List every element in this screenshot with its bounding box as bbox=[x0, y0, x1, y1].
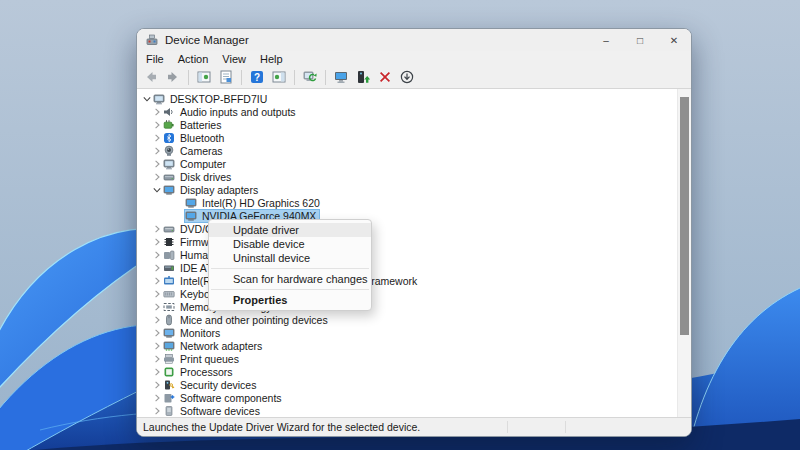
tree-item[interactable]: Display adapters bbox=[137, 183, 691, 196]
tree-item[interactable]: Security devices bbox=[137, 378, 691, 391]
chevron-right-icon[interactable] bbox=[151, 367, 163, 377]
security-icon bbox=[163, 379, 176, 391]
console-tree-icon[interactable] bbox=[194, 68, 214, 87]
tree-item[interactable]: Computer bbox=[137, 157, 691, 170]
context-menu-item-properties[interactable]: Properties bbox=[209, 293, 371, 307]
disk-icon bbox=[163, 171, 176, 183]
titlebar[interactable]: Device Manager –□✕ bbox=[137, 29, 691, 51]
software-device-icon bbox=[163, 405, 176, 417]
tree-item[interactable]: Cameras bbox=[137, 144, 691, 157]
minimize-button[interactable]: – bbox=[589, 29, 623, 51]
chevron-right-icon[interactable] bbox=[151, 302, 163, 312]
menu-file[interactable]: File bbox=[139, 53, 171, 65]
tree-item[interactable]: Software components bbox=[137, 391, 691, 404]
tree-item-label: Batteries bbox=[180, 119, 221, 131]
context-menu: Update driverDisable deviceUninstall dev… bbox=[208, 219, 372, 311]
chevron-right-icon[interactable] bbox=[151, 393, 163, 403]
tree-item[interactable]: Software devices bbox=[137, 404, 691, 417]
context-menu-item-update-driver[interactable]: Update driver bbox=[209, 223, 371, 237]
toolbar-separator bbox=[241, 70, 242, 85]
toolbar-separator bbox=[188, 70, 189, 85]
tree-item-content: Processors bbox=[163, 366, 236, 378]
chevron-right-icon[interactable] bbox=[151, 328, 163, 338]
update-driver-icon[interactable] bbox=[353, 68, 373, 87]
processor-icon bbox=[163, 366, 176, 378]
tree-scrollbar[interactable] bbox=[677, 89, 691, 417]
tree-item[interactable]: Batteries bbox=[137, 118, 691, 131]
scrollbar-thumb[interactable] bbox=[680, 97, 689, 335]
tree-item[interactable]: Mice and other pointing devices bbox=[137, 313, 691, 326]
chevron-right-icon[interactable] bbox=[151, 354, 163, 364]
tree-item[interactable]: Bluetooth bbox=[137, 131, 691, 144]
tree-item-label: Network adapters bbox=[180, 340, 262, 352]
chevron-right-icon[interactable] bbox=[151, 159, 163, 169]
tree-item-content: Software devices bbox=[163, 405, 263, 417]
menu-view[interactable]: View bbox=[215, 53, 253, 65]
close-button[interactable]: ✕ bbox=[657, 29, 691, 51]
chevron-right-icon[interactable] bbox=[151, 289, 163, 299]
uninstall-device-icon[interactable] bbox=[375, 68, 395, 87]
chevron-right-icon[interactable] bbox=[151, 120, 163, 130]
tree-item[interactable]: Intel(R) HD Graphics 620 bbox=[137, 196, 691, 209]
tree-item[interactable]: Processors bbox=[137, 365, 691, 378]
tree-item-label: Computer bbox=[180, 158, 226, 170]
tree-item-label: Software devices bbox=[180, 405, 260, 417]
desktop: Device Manager –□✕ FileActionViewHelp ? … bbox=[0, 0, 800, 450]
menu-action[interactable]: Action bbox=[171, 53, 216, 65]
chevron-right-icon[interactable] bbox=[151, 276, 163, 286]
display-icon bbox=[185, 210, 198, 222]
maximize-button[interactable]: □ bbox=[623, 29, 657, 51]
tree-item[interactable]: Disk drives bbox=[137, 170, 691, 183]
chevron-right-icon[interactable] bbox=[151, 146, 163, 156]
tree-item-content: Print queues bbox=[163, 353, 242, 365]
device-manager-icon bbox=[145, 33, 159, 47]
tree-item-label: Cameras bbox=[180, 145, 223, 157]
monitor-icon bbox=[163, 327, 176, 339]
disable-device-icon[interactable] bbox=[397, 68, 417, 87]
action-pane-icon[interactable] bbox=[269, 68, 289, 87]
chevron-right-icon[interactable] bbox=[151, 315, 163, 325]
context-menu-separator bbox=[211, 289, 369, 290]
tree-item[interactable]: Network adapters bbox=[137, 339, 691, 352]
chevron-down-icon[interactable] bbox=[141, 94, 153, 104]
status-pane-divider bbox=[507, 421, 508, 433]
help-icon[interactable]: ? bbox=[247, 68, 267, 87]
back-icon[interactable] bbox=[141, 68, 161, 87]
toolbar: ? bbox=[137, 66, 691, 89]
display-icon bbox=[163, 184, 176, 196]
remote-desktop-icon[interactable] bbox=[331, 68, 351, 87]
chevron-right-icon[interactable] bbox=[151, 133, 163, 143]
chevron-down-icon[interactable] bbox=[151, 185, 163, 195]
properties-icon[interactable] bbox=[216, 68, 236, 87]
tree-item-label: Processors bbox=[180, 366, 233, 378]
chevron-right-icon[interactable] bbox=[151, 263, 163, 273]
tree-item[interactable]: Print queues bbox=[137, 352, 691, 365]
tree-item-content: Disk drives bbox=[163, 171, 234, 183]
tree-item-content: DESKTOP-BFFD7IU bbox=[153, 93, 270, 105]
battery-icon bbox=[163, 119, 176, 131]
ide-icon bbox=[163, 262, 176, 274]
tree-item[interactable]: Monitors bbox=[137, 326, 691, 339]
chevron-right-icon[interactable] bbox=[151, 224, 163, 234]
chevron-right-icon[interactable] bbox=[151, 237, 163, 247]
menu-help[interactable]: Help bbox=[253, 53, 290, 65]
context-menu-separator bbox=[211, 268, 369, 269]
tree-item-label: Print queues bbox=[180, 353, 239, 365]
chevron-right-icon[interactable] bbox=[151, 380, 163, 390]
chevron-right-icon[interactable] bbox=[151, 172, 163, 182]
network-icon bbox=[163, 340, 176, 352]
context-menu-item-scan-for-hardware-changes[interactable]: Scan for hardware changes bbox=[209, 272, 371, 286]
tree-item[interactable]: DESKTOP-BFFD7IU bbox=[137, 92, 691, 105]
context-menu-item-uninstall-device[interactable]: Uninstall device bbox=[209, 251, 371, 265]
chevron-right-icon[interactable] bbox=[151, 341, 163, 351]
scan-hardware-icon[interactable] bbox=[300, 68, 320, 87]
chevron-right-icon[interactable] bbox=[151, 250, 163, 260]
chevron-right-icon[interactable] bbox=[151, 107, 163, 117]
tree-item[interactable]: Audio inputs and outputs bbox=[137, 105, 691, 118]
dvd-icon bbox=[163, 223, 176, 235]
tree-item-content: Batteries bbox=[163, 119, 224, 131]
chevron-right-icon[interactable] bbox=[151, 406, 163, 416]
forward-icon[interactable] bbox=[163, 68, 183, 87]
context-menu-item-disable-device[interactable]: Disable device bbox=[209, 237, 371, 251]
software-component-icon bbox=[163, 392, 176, 404]
